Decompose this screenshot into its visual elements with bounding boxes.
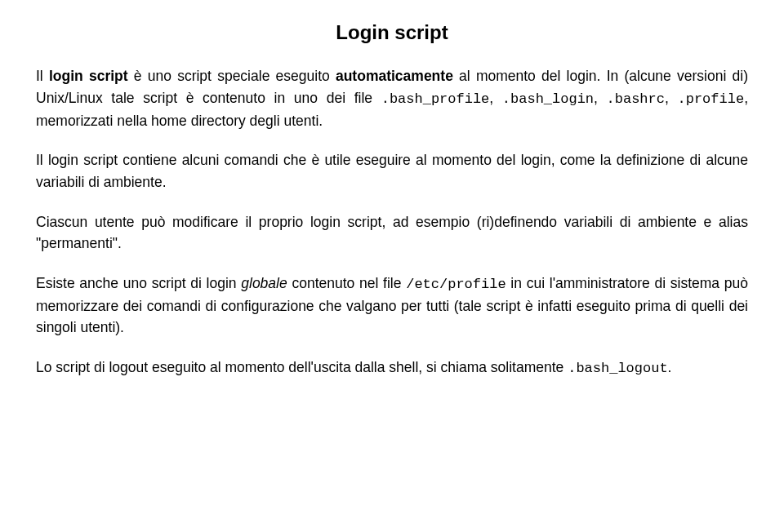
text: Esiste anche uno script di login [36,275,241,291]
paragraph-2: Il login script contiene alcuni comandi … [36,149,748,193]
text: , [489,90,502,106]
text: . [668,359,672,375]
text: Lo script di logout eseguito al momento … [36,359,568,375]
text: contenuto nel file [287,275,406,291]
text-mono: /etc/profile [406,277,506,292]
text: , [665,90,678,106]
paragraph-5: Lo script di logout eseguito al momento … [36,357,748,379]
paragraph-4: Esiste anche uno script di login globale… [36,273,748,339]
page-title: Login script [36,18,748,47]
text-mono: .bash_profile [381,91,490,107]
text: è uno script speciale eseguito [128,68,336,84]
text-bold: login script [49,68,128,84]
text-mono: .profile [678,91,745,107]
text: Il [36,68,49,84]
text: Il login script contiene alcuni comandi … [36,152,748,190]
text-mono: .bash_login [502,91,594,107]
text-italic: globale [241,275,287,291]
text: Ciascun utente può modificare il proprio… [36,214,748,252]
text-mono: .bashrc [607,91,665,107]
paragraph-1: Il login script è uno script speciale es… [36,65,748,131]
paragraph-3: Ciascun utente può modificare il proprio… [36,211,748,255]
text-bold: automaticamente [336,68,453,84]
text-mono: .bash_logout [568,361,667,376]
text: , [594,90,607,106]
